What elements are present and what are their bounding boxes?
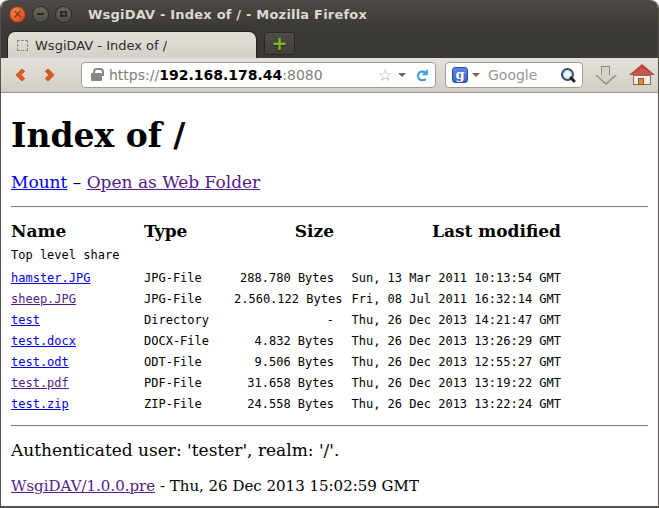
file-size: 2.560.122 Bytes bbox=[234, 289, 334, 310]
download-arrow-head bbox=[597, 75, 615, 83]
maximize-icon bbox=[60, 11, 67, 17]
file-link[interactable]: sheep.JPG bbox=[11, 292, 76, 306]
file-link[interactable]: test.odt bbox=[11, 355, 69, 369]
mount-link[interactable]: Mount bbox=[11, 172, 67, 192]
file-modified: Thu, 26 Dec 2013 14:21:47 GMT bbox=[334, 310, 561, 331]
auth-status-text: Authenticated user: 'tester', realm: '/'… bbox=[11, 440, 648, 460]
file-link[interactable]: test bbox=[11, 313, 40, 327]
new-tab-button[interactable]: + bbox=[264, 32, 295, 55]
mount-links-row: Mount – Open as Web Folder bbox=[11, 172, 648, 192]
file-modified: Thu, 26 Dec 2013 12:55:27 GMT bbox=[334, 352, 561, 373]
tab-bar: WsgiDAV - Index of / + bbox=[1, 28, 658, 58]
window-minimize-button[interactable] bbox=[32, 6, 49, 23]
url-host: 192.168.178.44 bbox=[159, 67, 282, 83]
navigation-toolbar: https://192.168.178.44:8080 ☆ ↻ g Google bbox=[1, 58, 658, 93]
file-link[interactable]: test.zip bbox=[11, 397, 69, 411]
table-header-row: Name Type Size Last modified bbox=[11, 218, 561, 245]
search-engine-icon[interactable]: g bbox=[452, 67, 468, 83]
bookmark-star-icon[interactable]: ☆ bbox=[378, 67, 393, 84]
file-size: 31.658 Bytes bbox=[234, 373, 334, 394]
file-type: Directory bbox=[144, 310, 234, 331]
search-icon[interactable] bbox=[560, 67, 576, 83]
file-type: PDF-File bbox=[144, 373, 234, 394]
page-content: Index of / Mount – Open as Web Folder Na… bbox=[1, 93, 658, 506]
back-arrow-icon bbox=[15, 68, 29, 82]
file-link[interactable]: test.docx bbox=[11, 334, 76, 348]
window-close-button[interactable]: × bbox=[9, 6, 26, 23]
table-row: testDirectory-Thu, 26 Dec 2013 14:21:47 … bbox=[11, 310, 561, 331]
url-bar[interactable]: https://192.168.178.44:8080 ☆ ↻ bbox=[81, 62, 436, 88]
bottom-divider bbox=[11, 425, 648, 427]
share-caption: Top level share bbox=[11, 245, 561, 268]
favicon-placeholder-icon bbox=[17, 40, 28, 51]
file-modified: Fri, 08 Jul 2011 16:32:14 GMT bbox=[334, 289, 561, 310]
back-button[interactable] bbox=[9, 62, 35, 88]
file-size: - bbox=[234, 310, 334, 331]
tab-wsgidav[interactable]: WsgiDAV - Index of / bbox=[7, 31, 257, 58]
title-bar: × WsgiDAV - Index of / - Mozilla Firefox bbox=[1, 0, 658, 28]
file-type: ODT-File bbox=[144, 352, 234, 373]
forward-arrow-icon bbox=[41, 68, 55, 82]
file-size: 4.832 Bytes bbox=[234, 331, 334, 352]
table-row: sheep.JPGJPG-File2.560.122 BytesFri, 08 … bbox=[11, 289, 561, 310]
top-divider bbox=[11, 206, 648, 208]
footer-timestamp: - Thu, 26 Dec 2013 15:02:59 GMT bbox=[155, 477, 419, 495]
search-input[interactable]: Google bbox=[488, 67, 560, 83]
file-table: Name Type Size Last modified Top level s… bbox=[11, 218, 561, 415]
tab-label: WsgiDAV - Index of / bbox=[35, 38, 167, 53]
table-row: test.docxDOCX-File4.832 BytesThu, 26 Dec… bbox=[11, 331, 561, 352]
url-port: :8080 bbox=[282, 67, 322, 83]
file-type: ZIP-File bbox=[144, 394, 234, 415]
file-table-body: hamster.JPGJPG-File288.780 BytesSun, 13 … bbox=[11, 268, 561, 415]
url-dropdown-icon[interactable] bbox=[398, 73, 406, 77]
table-row: test.zipZIP-File24.558 BytesThu, 26 Dec … bbox=[11, 394, 561, 415]
table-row: test.pdfPDF-File31.658 BytesThu, 26 Dec … bbox=[11, 373, 561, 394]
url-text[interactable]: https://192.168.178.44:8080 bbox=[109, 67, 323, 83]
file-link[interactable]: test.pdf bbox=[11, 376, 69, 390]
table-row: hamster.JPGJPG-File288.780 BytesSun, 13 … bbox=[11, 268, 561, 289]
reload-icon[interactable]: ↻ bbox=[412, 68, 429, 82]
column-header-type: Type bbox=[144, 218, 234, 245]
file-type: JPG-File bbox=[144, 289, 234, 310]
window-title: WsgiDAV - Index of / - Mozilla Firefox bbox=[88, 7, 367, 22]
table-row: test.odtODT-File9.506 BytesThu, 26 Dec 2… bbox=[11, 352, 561, 373]
file-type: JPG-File bbox=[144, 268, 234, 289]
window-maximize-button[interactable] bbox=[55, 6, 72, 23]
footer: WsgiDAV/1.0.0.pre - Thu, 26 Dec 2013 15:… bbox=[11, 477, 648, 495]
search-engine-dropdown-icon[interactable] bbox=[472, 73, 480, 77]
search-bar[interactable]: g Google bbox=[445, 62, 583, 88]
minimize-icon bbox=[37, 13, 44, 15]
file-size: 24.558 Bytes bbox=[234, 394, 334, 415]
open-as-web-folder-link[interactable]: Open as Web Folder bbox=[87, 172, 261, 192]
forward-button[interactable] bbox=[35, 62, 61, 88]
lock-icon[interactable] bbox=[91, 73, 102, 81]
file-modified: Thu, 26 Dec 2013 13:26:29 GMT bbox=[334, 331, 561, 352]
file-modified: Sun, 13 Mar 2011 10:13:54 GMT bbox=[334, 268, 561, 289]
file-size: 9.506 Bytes bbox=[234, 352, 334, 373]
share-caption-row: Top level share bbox=[11, 245, 561, 268]
file-modified: Thu, 26 Dec 2013 13:19:22 GMT bbox=[334, 373, 561, 394]
browser-window: × WsgiDAV - Index of / - Mozilla Firefox… bbox=[0, 0, 659, 508]
home-door bbox=[638, 78, 644, 85]
home-roof bbox=[632, 67, 652, 75]
file-link[interactable]: hamster.JPG bbox=[11, 271, 90, 285]
file-modified: Thu, 26 Dec 2013 13:22:24 GMT bbox=[334, 394, 561, 415]
page-title: Index of / bbox=[11, 93, 648, 155]
column-header-size: Size bbox=[234, 218, 334, 245]
file-type: DOCX-File bbox=[144, 331, 234, 352]
column-header-modified: Last modified bbox=[334, 218, 561, 245]
file-size: 288.780 Bytes bbox=[234, 268, 334, 289]
column-header-name: Name bbox=[11, 218, 144, 245]
plus-icon: + bbox=[272, 34, 288, 53]
home-button[interactable] bbox=[629, 63, 655, 87]
url-scheme: https:// bbox=[109, 67, 159, 83]
links-separator: – bbox=[67, 172, 86, 192]
close-icon: × bbox=[12, 8, 22, 20]
wsgidav-version-link[interactable]: WsgiDAV/1.0.0.pre bbox=[11, 477, 155, 495]
downloads-button[interactable] bbox=[595, 63, 617, 87]
